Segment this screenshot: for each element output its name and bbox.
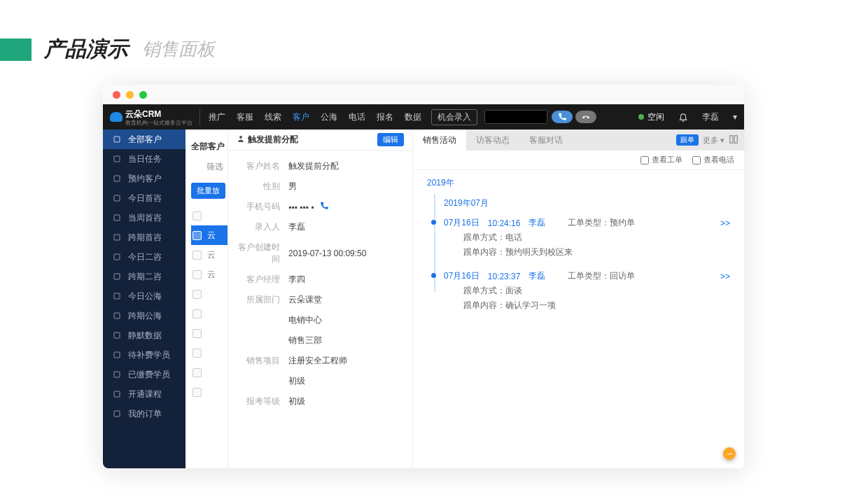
sidebar-icon [113,155,121,163]
topnav-item-5[interactable]: 电话 [349,111,365,123]
minimize-window-icon[interactable] [126,91,134,99]
topnav-item-2[interactable]: 线索 [265,111,281,123]
filter-phone-checkbox[interactable] [692,156,701,164]
hangup-button[interactable] [575,111,596,123]
list-item[interactable] [191,206,227,225]
sidebar-item-7[interactable]: 跨期二咨 [103,267,186,286]
topnav-item-1[interactable]: 客服 [237,111,253,123]
current-user[interactable]: 李磊 [702,111,719,123]
svg-point-15 [239,136,242,139]
sidebar-item-14[interactable]: 我的订单 [103,404,186,424]
topnav-item-0[interactable]: 推广 [209,111,225,123]
timeline-dot-icon [431,273,436,278]
chevron-down-icon[interactable]: ▾ [733,112,737,122]
sidebar-item-6[interactable]: 今日二咨 [103,247,186,267]
status-dot-icon [638,114,644,120]
timeline-content: 跟单内容：预约明天到校区来 [444,245,730,260]
sidebar-icon [113,272,121,281]
detail-field: 性别男 [238,176,402,197]
maximize-window-icon[interactable] [139,91,147,99]
field-label [238,375,288,387]
list-rows: 云云云 [191,206,227,402]
list-item[interactable] [191,304,227,323]
row-checkbox[interactable] [192,388,202,397]
sidebar-item-1[interactable]: 当日任务 [103,149,186,169]
sidebar-item-10[interactable]: 静默数据 [103,326,186,345]
sidebar-item-5[interactable]: 跨期首咨 [103,227,186,247]
svg-rect-3 [114,195,120,201]
topnav-item-7[interactable]: 数据 [405,111,421,123]
more-dropdown[interactable]: 更多 ▾ [703,135,724,146]
filter-ticket-checkbox[interactable] [640,156,649,164]
logo[interactable]: 云朵CRM 教育机构一站式服务云平台 [110,108,200,126]
row-checkbox[interactable] [192,251,202,260]
row-checkbox[interactable] [192,211,202,220]
timeline-item: 07月16日10:23:37李磊工单类型：回访单>>跟单方式：面谈跟单内容：确认… [444,268,730,313]
list-item[interactable]: 云 [191,225,227,245]
list-item[interactable]: 云 [191,245,227,265]
edit-button[interactable]: 编辑 [377,133,404,146]
sidebar-item-8[interactable]: 今日公海 [103,286,186,306]
search-input[interactable] [484,110,547,124]
field-value: 李四 [288,274,305,286]
timeline-type: 工单类型：预约单 [568,217,635,229]
row-checkbox[interactable] [192,368,202,377]
detail-field: 客户经理李四 [238,270,402,290]
filter-label[interactable]: 筛选 [191,156,227,177]
filter-view-calls[interactable]: 查看电话 [692,155,734,165]
call-button[interactable] [552,111,573,123]
sidebar-item-13[interactable]: 开通课程 [103,384,186,404]
batch-release-button[interactable]: 批量放 [191,183,225,199]
sidebar-item-4[interactable]: 当周首咨 [103,208,186,227]
collapse-fab[interactable]: − [723,447,736,460]
sidebar-item-12[interactable]: 已缴费学员 [103,365,186,384]
opportunity-entry-button[interactable]: 机会录入 [431,109,477,125]
topnav-item-3[interactable]: 客户 [293,111,309,123]
timeline-expand[interactable]: >> [720,272,730,281]
list-item[interactable] [191,343,227,363]
list-item[interactable] [191,323,227,343]
field-value: 男 [288,181,297,192]
field-label: 所属部门 [238,294,288,306]
svg-rect-5 [114,234,120,240]
timeline-expand[interactable]: >> [720,218,730,228]
detail-field: 录入人李磊 [238,217,402,237]
list-title: 全部客户 [191,136,227,156]
layout-toggle-icon[interactable] [729,134,738,146]
field-value: 云朵课堂 [288,294,322,306]
sidebar-item-0[interactable]: 全部客户 [103,130,186,149]
row-checkbox[interactable] [192,329,202,338]
activity-tab-1[interactable]: 访客动态 [466,130,519,150]
status-text[interactable]: 空闲 [648,111,664,123]
window-traffic-lights [103,85,744,104]
detail-field: 客户创建时间2019-07-13 00:09:50 [238,237,402,270]
field-value: 注册安全工程师 [288,355,347,367]
close-window-icon[interactable] [113,91,120,99]
sidebar-item-3[interactable]: 今日首咨 [103,188,186,208]
row-checkbox[interactable] [192,309,202,318]
activity-tab-0[interactable]: 销售活动 [413,130,466,150]
row-checkbox[interactable] [192,290,202,299]
list-item[interactable] [191,382,227,402]
filter-view-tickets[interactable]: 查看工单 [640,155,682,165]
topnav-item-4[interactable]: 公海 [321,111,337,123]
row-checkbox[interactable] [192,349,202,358]
sidebar-item-11[interactable]: 待补费学员 [103,345,186,365]
svg-rect-2 [114,176,120,181]
svg-rect-16 [730,135,733,143]
timeline-year: 2019年 [427,177,730,189]
activity-tab-2[interactable]: 客服对话 [519,130,573,150]
list-item[interactable]: 云 [191,265,227,284]
sidebar-item-2[interactable]: 预约客户 [103,169,186,188]
row-checkbox[interactable] [192,231,202,240]
row-checkbox[interactable] [192,270,202,279]
followup-badge[interactable]: 跟单 [676,134,699,146]
call-phone-icon[interactable] [319,201,329,213]
page-title-sub: 销售面板 [142,37,215,62]
sidebar-icon [113,135,121,144]
sidebar-item-9[interactable]: 跨期公海 [103,306,186,326]
list-item[interactable] [191,284,227,304]
topnav-item-6[interactable]: 报名 [377,111,393,123]
bell-icon[interactable] [678,112,688,122]
list-item[interactable] [191,363,227,382]
